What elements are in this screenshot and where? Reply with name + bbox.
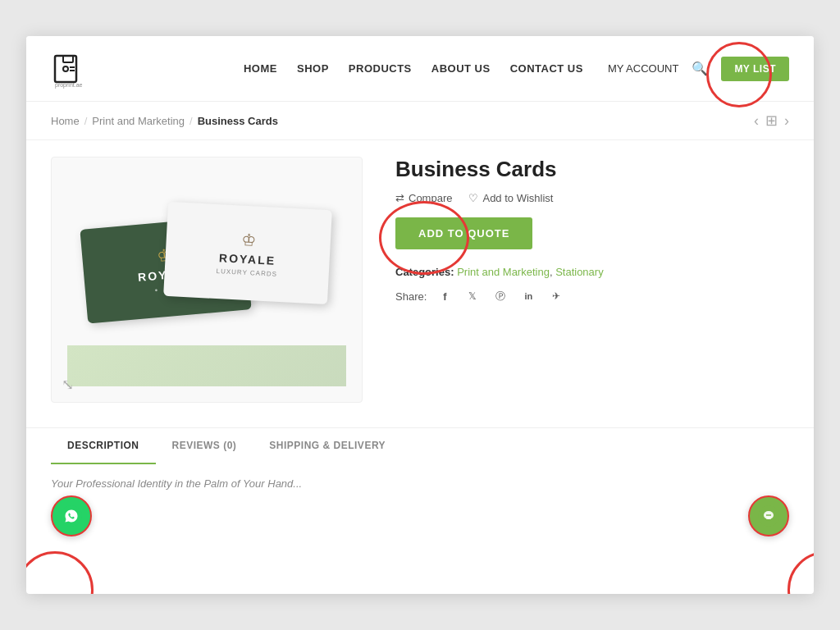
compare-icon: ⇄ (395, 192, 404, 204)
tabs-area: DESCRIPTION REVIEWS (0) SHIPPING & DELIV… (26, 427, 814, 464)
svg-point-10 (766, 514, 768, 516)
page-wrapper: proprint.ae HOME SHOP PRODUCTS ABOUT US … (26, 36, 814, 594)
tab-description[interactable]: DESCRIPTION (51, 428, 156, 464)
heart-icon: ♡ (468, 192, 478, 204)
grid-view-icon[interactable]: ⊞ (765, 112, 778, 130)
expand-icon[interactable]: ⤡ (62, 376, 74, 394)
my-list-wrapper: MY LIST (721, 57, 789, 81)
chat-button[interactable] (748, 495, 789, 536)
breadcrumb-category[interactable]: Print and Marketing (92, 115, 185, 127)
whatsapp-icon (61, 505, 82, 527)
nav-products[interactable]: PRODUCTS (349, 62, 412, 75)
tab-reviews[interactable]: REVIEWS (0) (156, 428, 253, 464)
product-title: Business Cards (395, 157, 789, 182)
whatsapp-highlight-circle (26, 551, 94, 594)
twitter-icon[interactable]: 𝕏 (463, 286, 482, 306)
breadcrumb-home[interactable]: Home (51, 115, 80, 127)
business-card-light: ♔ ROYALE LUXURY CARDS (163, 202, 332, 304)
product-image-area: ♔ ROYALE • • • ♔ ROYALE LUXURY CARDS ⤡ (51, 157, 363, 403)
card-sub-text: LUXURY CARDS (216, 267, 277, 278)
product-image: ♔ ROYALE • • • ♔ ROYALE LUXURY CARDS (52, 158, 362, 402)
header: proprint.ae HOME SHOP PRODUCTS ABOUT US … (26, 36, 814, 102)
my-account-link[interactable]: MY ACCOUNT (608, 62, 678, 75)
svg-text:proprint.ae: proprint.ae (55, 82, 83, 89)
compare-label: Compare (409, 192, 452, 204)
linkedin-icon[interactable]: in (518, 286, 538, 306)
chat-highlight-circle (788, 551, 814, 594)
whatsapp-button[interactable] (51, 495, 92, 536)
telegram-icon[interactable]: ✈ (546, 286, 566, 306)
facebook-icon[interactable]: f (435, 286, 454, 306)
logo-area: proprint.ae (51, 48, 92, 89)
tab-shipping[interactable]: SHIPPING & DELIVERY (253, 428, 402, 464)
search-icon: 🔍 (692, 62, 708, 75)
wishlist-label: Add to Wishlist (482, 192, 553, 204)
breadcrumb-sep1: / (84, 115, 88, 127)
svg-point-11 (768, 514, 769, 516)
svg-point-12 (769, 514, 771, 516)
nav-shop[interactable]: SHOP (297, 62, 329, 75)
card-crown-light: ♔ (240, 230, 256, 250)
description-preview: Your Professional Identity in the Palm o… (26, 464, 814, 498)
breadcrumb-area: Home / Print and Marketing / Business Ca… (26, 102, 814, 140)
chat-icon (758, 505, 779, 527)
add-quote-wrapper: ADD TO QUOTE (395, 217, 532, 249)
breadcrumb-nav: ‹ ⊞ › (754, 112, 789, 130)
tabs-row: DESCRIPTION REVIEWS (0) SHIPPING & DELIV… (51, 428, 789, 464)
my-list-button[interactable]: MY LIST (721, 57, 789, 81)
share-row: Share: f 𝕏 Ⓟ in ✈ (395, 286, 789, 306)
product-actions-row: ⇄ Compare ♡ Add to Wishlist (395, 192, 789, 204)
nav-home[interactable]: HOME (244, 62, 277, 75)
breadcrumb-sep2: / (189, 115, 193, 127)
add-to-quote-button[interactable]: ADD TO QUOTE (395, 217, 532, 249)
prev-product-icon[interactable]: ‹ (754, 112, 759, 130)
wishlist-button[interactable]: ♡ Add to Wishlist (468, 192, 553, 204)
header-right: MY ACCOUNT 🔍 MY LIST (608, 57, 789, 81)
main-content: ♔ ROYALE • • • ♔ ROYALE LUXURY CARDS ⤡ (26, 140, 814, 419)
categories-label: Categories: (395, 266, 454, 278)
product-details: Business Cards ⇄ Compare ♡ Add to Wishli… (395, 157, 789, 403)
main-nav: HOME SHOP PRODUCTS ABOUT US CONTACT US (244, 62, 583, 75)
search-button[interactable]: 🔍 (692, 61, 708, 76)
card-bottom-strip (67, 345, 346, 386)
breadcrumb: Home / Print and Marketing / Business Ca… (51, 115, 278, 127)
nav-about[interactable]: ABOUT US (431, 62, 491, 75)
breadcrumb-current: Business Cards (198, 115, 278, 127)
card-mockup: ♔ ROYALE • • • ♔ ROYALE LUXURY CARDS (67, 173, 346, 386)
share-label: Share: (395, 290, 427, 303)
compare-button[interactable]: ⇄ Compare (395, 192, 452, 204)
nav-contact[interactable]: CONTACT US (510, 62, 583, 75)
next-product-icon[interactable]: › (784, 112, 789, 130)
category-link-stationary[interactable]: Stationary (555, 266, 604, 278)
categories-row: Categories: Print and Marketing, Station… (395, 266, 789, 278)
logo-icon[interactable]: proprint.ae (51, 48, 92, 89)
category-link-print[interactable]: Print and Marketing (457, 266, 550, 278)
pinterest-icon[interactable]: Ⓟ (491, 286, 510, 306)
card-brand-light: ROYALE (219, 251, 276, 267)
